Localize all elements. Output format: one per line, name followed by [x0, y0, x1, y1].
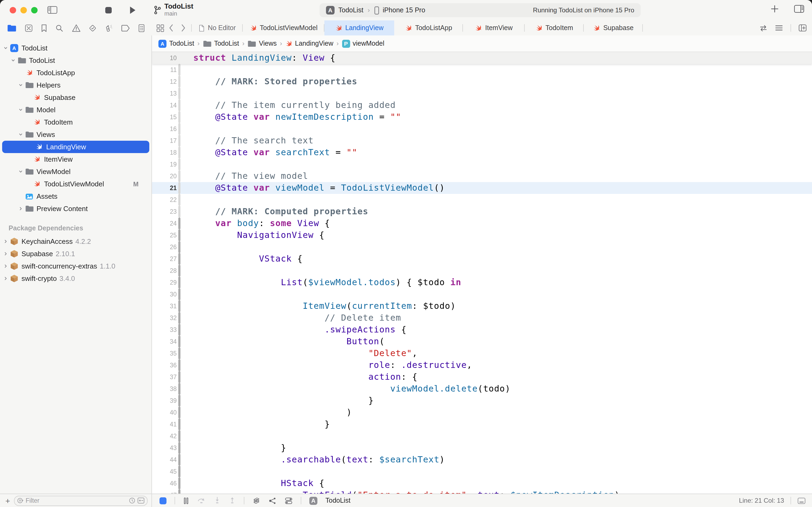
code-line-42[interactable]: 42	[152, 430, 812, 442]
code-line-45[interactable]: 45	[152, 466, 812, 477]
close-window-button[interactable]	[10, 7, 16, 13]
code-line-27[interactable]: 27 VStack {	[152, 253, 812, 265]
step-out-icon[interactable]	[229, 497, 236, 504]
code-text[interactable]: "Delete",	[180, 347, 417, 359]
code-text[interactable]: viewModel.delete(todo)	[180, 383, 511, 395]
sidebar-item-viewmodel[interactable]: ViewModel	[0, 165, 152, 178]
line-number[interactable]: 28	[152, 268, 177, 274]
memory-graph-icon[interactable]	[269, 497, 277, 505]
tab-no-editor[interactable]: No Editor	[192, 20, 243, 36]
code-text[interactable]: .searchable(text: $searchText)	[180, 454, 445, 466]
disclosure-closed-icon[interactable]	[17, 206, 24, 211]
line-number[interactable]: 26	[152, 244, 177, 250]
toggle-debug-area-icon[interactable]	[798, 497, 806, 504]
code-line-44[interactable]: 44 .searchable(text: $searchText)	[152, 454, 812, 466]
sidebar-item-landingview[interactable]: LandingView	[2, 141, 149, 153]
sidebar-item-todolistapp[interactable]: TodoListApp	[0, 67, 152, 79]
tab-supabase[interactable]: Supabase	[584, 20, 643, 36]
add-editor-icon[interactable]	[799, 24, 807, 32]
code-text[interactable]: var body: some View {	[180, 218, 330, 229]
disclosure-open-icon[interactable]	[17, 107, 24, 112]
code-text[interactable]: action: {	[180, 371, 417, 383]
breakpoints-toggle-button[interactable]	[160, 497, 167, 504]
line-number[interactable]: 37	[152, 374, 177, 380]
code-line-29[interactable]: 29 List($viewModel.todos) { $todo in	[152, 277, 812, 288]
code-text[interactable]: List($viewModel.todos) { $todo in	[180, 277, 461, 288]
code-text[interactable]: ItemView(currentItem: $todo)	[180, 300, 456, 312]
run-destination[interactable]: iPhone 15 Pro	[383, 6, 425, 14]
code-text[interactable]: )	[180, 406, 352, 418]
tests-navigator-icon[interactable]	[89, 24, 97, 32]
minimize-window-button[interactable]	[20, 7, 27, 13]
source-control-navigator-icon[interactable]	[25, 24, 33, 32]
code-text[interactable]: // MARK: Computed properties	[180, 206, 368, 218]
filter-field[interactable]: Filter	[14, 496, 148, 506]
step-over-icon[interactable]	[197, 497, 206, 504]
code-text[interactable]: role: .destructive,	[180, 359, 472, 371]
package-item-keychainaccess[interactable]: KeychainAccess4.2.2	[0, 235, 152, 247]
code-text[interactable]: @State var viewModel = TodoListViewModel…	[180, 182, 445, 194]
disclosure-open-icon[interactable]	[17, 132, 24, 137]
code-text[interactable]: TextField("Enter a to-do item", text: $n…	[180, 489, 620, 494]
sidebar-item-todolist[interactable]: ATodoList	[0, 42, 152, 54]
line-number[interactable]: 38	[152, 386, 177, 392]
code-line-17[interactable]: 17 // The search text	[152, 135, 812, 147]
line-number[interactable]: 15	[152, 114, 177, 120]
code-line-40[interactable]: 40 )	[152, 406, 812, 418]
code-line-20[interactable]: 20 // The view model	[152, 170, 812, 182]
code-line-10[interactable]: 10struct LandingView: View {	[152, 52, 812, 64]
tab-landingview[interactable]: LandingView	[325, 20, 394, 36]
code-line-43[interactable]: 43 }	[152, 442, 812, 454]
view-hierarchy-icon[interactable]	[252, 497, 260, 505]
code-line-24[interactable]: 24 var body: some View {	[152, 218, 812, 229]
line-number[interactable]: 32	[152, 315, 177, 321]
line-number[interactable]: 21	[152, 185, 177, 191]
line-number[interactable]: 24	[152, 220, 177, 227]
code-text[interactable]: }	[180, 442, 286, 454]
code-text[interactable]: }	[180, 395, 374, 406]
line-number[interactable]: 17	[152, 137, 177, 144]
code-line-41[interactable]: 41 }	[152, 418, 812, 430]
line-number[interactable]: 42	[152, 433, 177, 439]
code-text[interactable]: .swipeActions {	[180, 324, 407, 336]
go-back-icon[interactable]	[169, 24, 173, 32]
tab-todolistviewmodel[interactable]: TodoListViewModel	[243, 20, 325, 36]
add-tab-icon[interactable]	[771, 5, 779, 13]
code-line-23[interactable]: 23 // MARK: Computed properties	[152, 206, 812, 218]
code-line-16[interactable]: 16	[152, 123, 812, 135]
disclosure-open-icon[interactable]	[2, 46, 9, 51]
filter-menu-icon[interactable]	[17, 497, 23, 504]
project-navigator-icon[interactable]	[7, 24, 17, 32]
sidebar-item-todolistviewmodel[interactable]: TodoListViewModelM	[0, 178, 152, 190]
stop-button[interactable]	[105, 7, 112, 13]
line-number[interactable]: 45	[152, 468, 177, 475]
code-text[interactable]: HStack {	[180, 477, 325, 489]
debug-navigator-icon[interactable]	[105, 24, 113, 32]
run-button[interactable]	[129, 6, 136, 14]
line-number[interactable]: 30	[152, 291, 177, 297]
sidebar-item-todolist[interactable]: TodoList	[0, 54, 152, 67]
scheme-selector[interactable]: A TodoList › iPhone 15 Pro Running TodoL…	[320, 3, 641, 17]
line-number[interactable]: 35	[152, 350, 177, 357]
code-text[interactable]: NavigationView {	[180, 229, 325, 241]
environment-overrides-icon[interactable]	[285, 497, 293, 505]
line-number[interactable]: 34	[152, 338, 177, 345]
breakpoints-navigator-icon[interactable]	[121, 24, 130, 32]
breadcrumb-item-todolist[interactable]: ATodoList	[159, 40, 194, 48]
disclosure-closed-icon[interactable]	[2, 239, 9, 244]
code-editor[interactable]: 10struct LandingView: View {1112 // MARK…	[152, 52, 812, 494]
breadcrumb-item-views[interactable]: Views	[247, 40, 277, 47]
code-line-33[interactable]: 33 .swipeActions {	[152, 324, 812, 336]
code-line-36[interactable]: 36 role: .destructive,	[152, 359, 812, 371]
line-number[interactable]: 43	[152, 445, 177, 451]
disclosure-open-icon[interactable]	[17, 169, 24, 174]
sidebar-item-model[interactable]: Model	[0, 104, 152, 116]
line-number[interactable]: 29	[152, 279, 177, 286]
line-number[interactable]: 23	[152, 208, 177, 215]
code-line-11[interactable]: 11	[152, 64, 812, 76]
swap-editor-icon[interactable]	[759, 24, 767, 32]
code-line-46[interactable]: 46 HStack {	[152, 477, 812, 489]
code-text[interactable]: VStack {	[180, 253, 303, 265]
code-line-14[interactable]: 14 // The item currently being added	[152, 99, 812, 111]
running-app-label[interactable]: TodoList	[326, 497, 350, 504]
